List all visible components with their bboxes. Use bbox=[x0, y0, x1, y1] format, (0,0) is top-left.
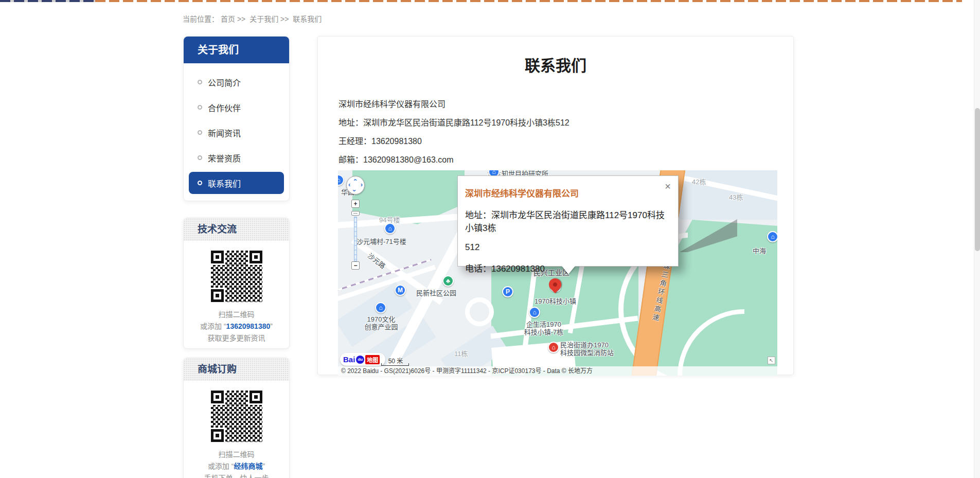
park-icon: ♣ bbox=[442, 275, 454, 287]
baidu-paw-icon: du bbox=[356, 356, 364, 364]
caption-line: 或添加 “经纬商城” bbox=[184, 461, 289, 472]
map-label-b42: 42栋 bbox=[692, 176, 706, 186]
pan-right-icon[interactable]: › bbox=[361, 181, 363, 188]
popup-address-line1: 地址：深圳市龙华区民治街道民康路112号1970科技小镇3栋 bbox=[465, 208, 668, 234]
qr-finder-icon bbox=[250, 391, 262, 403]
pan-left-icon[interactable]: ‹ bbox=[348, 181, 350, 188]
caption-line: 获取更多更新资讯 bbox=[184, 332, 289, 344]
caption-line: 手机下单，快人一步 bbox=[184, 472, 289, 478]
zoom-slider-track[interactable] bbox=[354, 217, 357, 261]
sidebar-item-label: 合作伙伴 bbox=[208, 101, 241, 114]
sidebar-item-contact-active[interactable]: 联系我们 bbox=[189, 172, 284, 194]
map-label-line: 民治街道办1970 bbox=[560, 341, 609, 349]
building-icon: ⌂ bbox=[767, 231, 777, 242]
building-icon: ⌂ bbox=[384, 223, 396, 234]
map-label-park: 民新社区公园 bbox=[416, 288, 456, 297]
sidebar-item-honors[interactable]: 荣誉资质 bbox=[184, 145, 289, 170]
fire-station-icon: ⌂ bbox=[548, 342, 559, 353]
zoom-slider-handle[interactable] bbox=[351, 211, 360, 216]
map-park-loop bbox=[465, 297, 494, 326]
breadcrumb-current[interactable]: 联系我们 bbox=[293, 15, 322, 23]
pan-up-icon[interactable]: › bbox=[351, 179, 359, 181]
parking-icon: P bbox=[502, 286, 513, 297]
pan-down-icon[interactable]: › bbox=[351, 189, 359, 191]
top-decorative-strip bbox=[0, 0, 980, 2]
breadcrumb-separator: >> bbox=[237, 15, 245, 23]
baidu-map-badge: 地图 bbox=[365, 355, 380, 364]
mall-order-title: 商城订购 bbox=[184, 358, 289, 381]
map-label-line: 科技小镇-7栋 bbox=[524, 328, 564, 336]
zoom-out-button[interactable]: − bbox=[351, 261, 360, 270]
baidu-maps-logo[interactable]: Bai du 地图 bbox=[340, 353, 385, 366]
strip-blue-dashes bbox=[0, 0, 95, 2]
sidebar-item-label: 新闻资讯 bbox=[208, 127, 241, 139]
qr-finder-icon bbox=[250, 251, 262, 263]
baidu-map[interactable]: 珠三角环线高速 76栋 94号楼 11栋 42栋 43栋 ⌂ 知世目拍研究所 ⌂… bbox=[338, 170, 777, 376]
popup-company-title: 深圳市经纬科学仪器有限公司 bbox=[465, 186, 668, 199]
breadcrumb-separator: >> bbox=[280, 15, 289, 23]
baidu-logo-text: Bai bbox=[343, 355, 355, 364]
map-pan-control[interactable]: › › ‹ › bbox=[346, 176, 365, 194]
map-label-qishenghuo: 企生活1970 科技小镇-7栋 bbox=[512, 321, 576, 336]
company-email: 邮箱：13620981380@163.com bbox=[338, 151, 793, 169]
sidebar-item-company-profile[interactable]: 公司简介 bbox=[184, 69, 289, 95]
breadcrumb: 当前位置：首页 >> 关于我们 >> 联系我们 bbox=[183, 13, 322, 24]
contact-content-card: 联系我们 深圳市经纬科学仪器有限公司 地址：深圳市龙华区民治街道民康路112号1… bbox=[317, 36, 794, 375]
page-title: 联系我们 bbox=[318, 37, 793, 75]
map-label-b43: 43栋 bbox=[729, 192, 743, 202]
caption-prefix: 或添加 “ bbox=[200, 322, 226, 330]
bullet-icon bbox=[198, 181, 202, 185]
building-icon: ⌂ bbox=[529, 307, 540, 318]
strip-orange-dashes bbox=[95, 0, 962, 2]
map-label-line: 企生活1970 bbox=[526, 321, 561, 328]
qr-finder-icon bbox=[211, 251, 224, 263]
sidebar-item-label: 联系我们 bbox=[208, 177, 241, 189]
sidebar-item-partners[interactable]: 合作伙伴 bbox=[184, 95, 289, 120]
map-label-shayuanbu: 沙元埔村-71号楼 bbox=[357, 236, 406, 246]
company-name: 深圳市经纬科学仪器有限公司 bbox=[338, 95, 793, 114]
map-label-wenchuang: 1970文化 创意产业园 bbox=[352, 315, 410, 331]
map-copyright: © 2022 Baidu - GS(2021)6026号 - 甲测资字11111… bbox=[338, 366, 777, 376]
map-label-b11: 11栋 bbox=[454, 348, 468, 358]
sidebar-item-news[interactable]: 新闻资讯 bbox=[184, 120, 289, 145]
bullet-icon bbox=[198, 105, 202, 110]
map-label-fire-station: 民治街道办1970 科技园微型消防站 bbox=[560, 341, 614, 357]
map-info-popup: × 深圳市经纬科学仪器有限公司 地址：深圳市龙华区民治街道民康路112号1970… bbox=[457, 175, 679, 267]
breadcrumb-home-link[interactable]: 首页 bbox=[221, 15, 235, 23]
qr-finder-icon bbox=[211, 429, 224, 442]
map-label-zhonghai: 中海 bbox=[753, 245, 766, 255]
about-menu: 公司简介 合作伙伴 新闻资讯 荣誉资质 联系我们 bbox=[184, 63, 289, 194]
map-label-techtown: 1970科技小镇 bbox=[534, 296, 576, 306]
map-label-line: 创意产业园 bbox=[364, 323, 398, 331]
breadcrumb-section-link[interactable]: 关于我们 bbox=[250, 15, 278, 23]
about-menu-title: 关于我们 bbox=[184, 37, 289, 63]
popup-tail bbox=[562, 266, 575, 274]
popup-close-icon[interactable]: × bbox=[665, 181, 671, 191]
zoom-in-button[interactable]: + bbox=[351, 200, 360, 208]
sidebar-item-label: 荣誉资质 bbox=[208, 152, 241, 164]
sidebar-item-label: 公司简介 bbox=[208, 76, 241, 88]
caption-mall-name: 经纬商城 bbox=[234, 462, 262, 470]
tech-qr-code bbox=[209, 249, 264, 304]
tech-exchange-card: 技术交流 扫描二维码 或添加 “13620981380” 获取更多更新资讯 bbox=[183, 218, 290, 349]
popup-address-line2: 512 bbox=[465, 242, 668, 253]
breadcrumb-prefix: 当前位置： bbox=[183, 15, 219, 23]
tech-exchange-title: 技术交流 bbox=[184, 218, 289, 241]
caption-phone: 13620981380 bbox=[226, 322, 271, 330]
metro-station-icon: M bbox=[395, 285, 406, 296]
caption-line: 或添加 “13620981380” bbox=[184, 321, 289, 332]
qr-finder-icon bbox=[211, 289, 224, 302]
map-overview-icon[interactable]: ↖ bbox=[768, 357, 775, 364]
caption-line: 扫描二维码 bbox=[184, 309, 289, 321]
tech-qr-caption: 扫描二维码 或添加 “13620981380” 获取更多更新资讯 bbox=[184, 309, 289, 344]
page-scrollbar[interactable] bbox=[974, 0, 980, 478]
bullet-icon bbox=[198, 155, 202, 160]
building-icon: ⌂ bbox=[338, 174, 344, 186]
mall-qr-caption: 扫描二维码 或添加 “经纬商城” 手机下单，快人一步 bbox=[184, 449, 289, 478]
scrollbar-thumb[interactable] bbox=[975, 108, 980, 251]
mall-order-card: 商城订购 扫描二维码 或添加 “经纬商城” 手机下单，快人一步 bbox=[183, 358, 290, 478]
about-menu-card: 关于我们 公司简介 合作伙伴 新闻资讯 荣誉资质 联系我们 bbox=[183, 36, 290, 201]
map-scale-bar bbox=[381, 363, 409, 366]
map-label-line: 1970文化 bbox=[367, 315, 396, 323]
caption-suffix: ” bbox=[262, 462, 265, 470]
